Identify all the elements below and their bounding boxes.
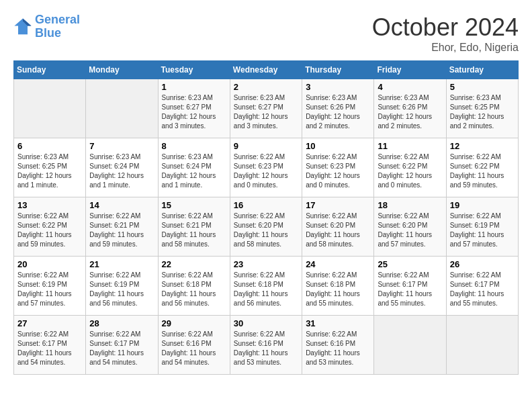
day-info: Sunrise: 6:23 AMSunset: 6:25 PMDaylight:… <box>450 93 515 131</box>
calendar-cell: 6Sunrise: 6:23 AMSunset: 6:25 PMDaylight… <box>14 138 86 197</box>
day-info: Sunrise: 6:23 AMSunset: 6:27 PMDaylight:… <box>234 93 298 131</box>
calendar-week-row: 6Sunrise: 6:23 AMSunset: 6:25 PMDaylight… <box>14 138 519 197</box>
calendar-cell <box>14 79 86 138</box>
day-info: Sunrise: 6:23 AMSunset: 6:24 PMDaylight:… <box>89 152 154 190</box>
weekday-header: Monday <box>86 61 158 79</box>
day-info: Sunrise: 6:22 AMSunset: 6:17 PMDaylight:… <box>89 330 154 367</box>
day-number: 19 <box>450 200 515 210</box>
day-info: Sunrise: 6:22 AMSunset: 6:20 PMDaylight:… <box>378 212 442 249</box>
day-number: 20 <box>17 259 82 269</box>
day-number: 24 <box>306 259 370 269</box>
calendar-cell: 20Sunrise: 6:22 AMSunset: 6:19 PMDayligh… <box>14 257 86 316</box>
calendar-cell: 2Sunrise: 6:23 AMSunset: 6:27 PMDaylight… <box>230 79 302 138</box>
calendar-cell: 13Sunrise: 6:22 AMSunset: 6:22 PMDayligh… <box>14 197 86 257</box>
title-area: October 2024 Ehor, Edo, Nigeria <box>372 13 519 54</box>
calendar-cell <box>446 316 518 375</box>
day-number: 13 <box>17 200 82 210</box>
calendar-week-row: 20Sunrise: 6:22 AMSunset: 6:19 PMDayligh… <box>14 257 519 316</box>
day-number: 23 <box>234 259 298 269</box>
day-number: 11 <box>378 141 442 151</box>
logo-line2: Blue <box>35 26 61 40</box>
weekday-header: Saturday <box>446 61 518 79</box>
day-info: Sunrise: 6:22 AMSunset: 6:19 PMDaylight:… <box>450 212 515 249</box>
calendar-cell: 4Sunrise: 6:23 AMSunset: 6:26 PMDaylight… <box>374 79 446 138</box>
calendar-cell: 31Sunrise: 6:22 AMSunset: 6:16 PMDayligh… <box>302 316 374 375</box>
calendar-cell: 11Sunrise: 6:22 AMSunset: 6:22 PMDayligh… <box>374 138 446 197</box>
calendar-cell: 15Sunrise: 6:22 AMSunset: 6:21 PMDayligh… <box>158 197 230 257</box>
day-number: 1 <box>162 82 226 92</box>
calendar-cell: 12Sunrise: 6:22 AMSunset: 6:22 PMDayligh… <box>446 138 518 197</box>
day-info: Sunrise: 6:22 AMSunset: 6:20 PMDaylight:… <box>234 212 298 249</box>
day-info: Sunrise: 6:22 AMSunset: 6:20 PMDaylight:… <box>306 212 370 249</box>
calendar-cell: 16Sunrise: 6:22 AMSunset: 6:20 PMDayligh… <box>230 197 302 257</box>
weekday-header-row: SundayMondayTuesdayWednesdayThursdayFrid… <box>14 61 519 79</box>
day-info: Sunrise: 6:22 AMSunset: 6:16 PMDaylight:… <box>162 330 226 367</box>
day-info: Sunrise: 6:22 AMSunset: 6:17 PMDaylight:… <box>450 271 515 308</box>
calendar-cell: 23Sunrise: 6:22 AMSunset: 6:18 PMDayligh… <box>230 257 302 316</box>
day-number: 15 <box>162 200 226 210</box>
calendar-table: SundayMondayTuesdayWednesdayThursdayFrid… <box>13 60 519 375</box>
day-info: Sunrise: 6:22 AMSunset: 6:18 PMDaylight:… <box>306 271 370 308</box>
calendar-week-row: 13Sunrise: 6:22 AMSunset: 6:22 PMDayligh… <box>14 197 519 257</box>
day-number: 22 <box>162 259 226 269</box>
day-number: 26 <box>450 259 515 269</box>
page-header: General Blue October 2024 Ehor, Edo, Nig… <box>13 13 519 54</box>
day-number: 5 <box>450 82 515 92</box>
day-info: Sunrise: 6:22 AMSunset: 6:16 PMDaylight:… <box>306 330 370 367</box>
day-number: 6 <box>17 141 82 151</box>
day-info: Sunrise: 6:22 AMSunset: 6:19 PMDaylight:… <box>17 271 82 308</box>
day-number: 31 <box>306 318 370 328</box>
calendar-cell: 26Sunrise: 6:22 AMSunset: 6:17 PMDayligh… <box>446 257 518 316</box>
calendar-cell: 18Sunrise: 6:22 AMSunset: 6:20 PMDayligh… <box>374 197 446 257</box>
day-info: Sunrise: 6:23 AMSunset: 6:27 PMDaylight:… <box>162 93 226 131</box>
calendar-week-row: 27Sunrise: 6:22 AMSunset: 6:17 PMDayligh… <box>14 316 519 375</box>
calendar-cell: 19Sunrise: 6:22 AMSunset: 6:19 PMDayligh… <box>446 197 518 257</box>
day-number: 2 <box>234 82 298 92</box>
day-info: Sunrise: 6:23 AMSunset: 6:25 PMDaylight:… <box>17 152 82 190</box>
day-number: 18 <box>378 200 442 210</box>
day-info: Sunrise: 6:22 AMSunset: 6:22 PMDaylight:… <box>17 212 82 249</box>
day-number: 25 <box>378 259 442 269</box>
day-info: Sunrise: 6:22 AMSunset: 6:19 PMDaylight:… <box>89 271 154 308</box>
day-info: Sunrise: 6:22 AMSunset: 6:17 PMDaylight:… <box>17 330 82 367</box>
day-info: Sunrise: 6:22 AMSunset: 6:22 PMDaylight:… <box>378 152 442 190</box>
day-number: 4 <box>378 82 442 92</box>
calendar-cell: 29Sunrise: 6:22 AMSunset: 6:16 PMDayligh… <box>158 316 230 375</box>
calendar-cell <box>374 316 446 375</box>
logo-line1: General <box>35 13 80 26</box>
calendar-cell <box>86 79 158 138</box>
day-info: Sunrise: 6:22 AMSunset: 6:23 PMDaylight:… <box>306 152 370 190</box>
calendar-cell: 25Sunrise: 6:22 AMSunset: 6:17 PMDayligh… <box>374 257 446 316</box>
day-number: 8 <box>162 141 226 151</box>
day-number: 30 <box>234 318 298 328</box>
weekday-header: Tuesday <box>158 61 230 79</box>
calendar-cell: 1Sunrise: 6:23 AMSunset: 6:27 PMDaylight… <box>158 79 230 138</box>
weekday-header: Thursday <box>302 61 374 79</box>
day-number: 17 <box>306 200 370 210</box>
day-number: 12 <box>450 141 515 151</box>
day-info: Sunrise: 6:23 AMSunset: 6:24 PMDaylight:… <box>162 152 226 190</box>
calendar-cell: 21Sunrise: 6:22 AMSunset: 6:19 PMDayligh… <box>86 257 158 316</box>
day-number: 28 <box>89 318 154 328</box>
day-info: Sunrise: 6:22 AMSunset: 6:23 PMDaylight:… <box>234 152 298 190</box>
logo: General Blue <box>13 13 80 40</box>
location: Ehor, Edo, Nigeria <box>372 42 519 54</box>
calendar-cell: 8Sunrise: 6:23 AMSunset: 6:24 PMDaylight… <box>158 138 230 197</box>
month-title: October 2024 <box>372 13 519 42</box>
day-info: Sunrise: 6:23 AMSunset: 6:26 PMDaylight:… <box>306 93 370 131</box>
day-number: 16 <box>234 200 298 210</box>
day-info: Sunrise: 6:22 AMSunset: 6:18 PMDaylight:… <box>162 271 226 308</box>
day-number: 7 <box>89 141 154 151</box>
day-info: Sunrise: 6:22 AMSunset: 6:16 PMDaylight:… <box>234 330 298 367</box>
calendar-cell: 14Sunrise: 6:22 AMSunset: 6:21 PMDayligh… <box>86 197 158 257</box>
day-info: Sunrise: 6:22 AMSunset: 6:18 PMDaylight:… <box>234 271 298 308</box>
calendar-cell: 24Sunrise: 6:22 AMSunset: 6:18 PMDayligh… <box>302 257 374 316</box>
day-number: 21 <box>89 259 154 269</box>
day-info: Sunrise: 6:22 AMSunset: 6:21 PMDaylight:… <box>162 212 226 249</box>
weekday-header: Friday <box>374 61 446 79</box>
calendar-cell: 30Sunrise: 6:22 AMSunset: 6:16 PMDayligh… <box>230 316 302 375</box>
day-number: 10 <box>306 141 370 151</box>
calendar-cell: 22Sunrise: 6:22 AMSunset: 6:18 PMDayligh… <box>158 257 230 316</box>
calendar-cell: 5Sunrise: 6:23 AMSunset: 6:25 PMDaylight… <box>446 79 518 138</box>
day-number: 27 <box>17 318 82 328</box>
